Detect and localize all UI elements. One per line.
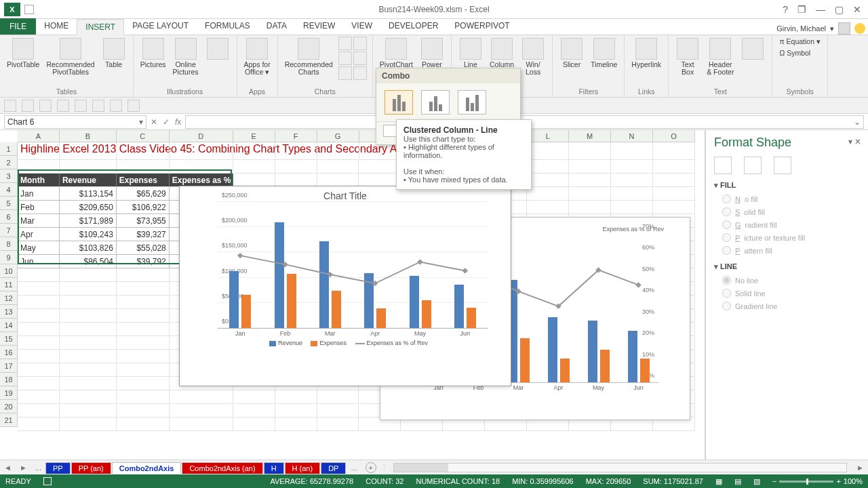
cell[interactable] bbox=[60, 296, 117, 309]
cell[interactable] bbox=[18, 309, 60, 323]
column-headers[interactable]: ABCDEFGHIJKLMNO bbox=[18, 130, 695, 142]
size-props-icon[interactable] bbox=[774, 157, 791, 174]
tab-home[interactable]: HOME bbox=[36, 18, 77, 35]
combo-thumb-3[interactable] bbox=[458, 90, 486, 115]
cell[interactable] bbox=[18, 363, 60, 377]
avatar[interactable] bbox=[838, 22, 850, 35]
col-header[interactable]: N bbox=[611, 130, 653, 142]
row-header[interactable]: 19 bbox=[0, 386, 17, 400]
cell[interactable] bbox=[60, 268, 117, 282]
tab-file[interactable]: FILE bbox=[0, 18, 36, 35]
cell[interactable] bbox=[653, 174, 695, 187]
cell[interactable] bbox=[60, 309, 117, 323]
col-header[interactable]: E bbox=[233, 130, 275, 142]
cell[interactable] bbox=[170, 160, 233, 174]
expand-icon[interactable]: ⌄ bbox=[854, 117, 861, 127]
row-header[interactable]: 11 bbox=[0, 278, 17, 291]
ribbon-apps-for[interactable]: Apps forOffice ▾ bbox=[243, 37, 272, 77]
cell[interactable] bbox=[527, 174, 569, 187]
help-icon[interactable]: ? bbox=[783, 4, 788, 15]
row-header[interactable]: 18 bbox=[0, 373, 17, 386]
cell[interactable] bbox=[170, 390, 233, 404]
cell[interactable] bbox=[275, 174, 317, 187]
zoom-slider[interactable] bbox=[779, 481, 833, 483]
cell[interactable] bbox=[233, 418, 275, 431]
new-sheet-button[interactable]: + bbox=[366, 462, 376, 473]
cell[interactable] bbox=[60, 282, 117, 296]
ribbon-btn[interactable] bbox=[204, 37, 231, 77]
tab-nav-dots[interactable]: ... bbox=[347, 464, 361, 472]
effects-icon[interactable] bbox=[744, 157, 762, 174]
row-header[interactable]: 8 bbox=[0, 237, 17, 251]
cell[interactable]: $39,327 bbox=[117, 228, 170, 241]
pane-category-icons[interactable] bbox=[714, 157, 860, 174]
zoom-out[interactable]: − bbox=[772, 477, 776, 485]
row-header[interactable]: 6 bbox=[0, 210, 17, 224]
ribbon-timeline[interactable]: Timeline bbox=[589, 37, 618, 70]
cell[interactable] bbox=[18, 336, 60, 350]
fill-option[interactable]: Picture or texture fill bbox=[714, 231, 860, 244]
col-header[interactable]: L bbox=[527, 130, 569, 142]
row-header[interactable]: 20 bbox=[0, 400, 17, 413]
cell[interactable] bbox=[60, 160, 117, 174]
cell[interactable]: Feb bbox=[18, 201, 60, 214]
tab-nav-dots[interactable]: ... bbox=[31, 464, 45, 472]
cell[interactable]: Jan bbox=[18, 187, 60, 201]
cell[interactable] bbox=[527, 201, 569, 214]
cell[interactable] bbox=[653, 160, 695, 174]
chart-type-mini[interactable] bbox=[353, 66, 367, 80]
cell[interactable] bbox=[18, 268, 60, 282]
ribbon--equation-[interactable]: π Equation ▾ bbox=[778, 37, 822, 47]
cell[interactable] bbox=[117, 404, 170, 418]
cell[interactable] bbox=[233, 160, 275, 174]
cell[interactable] bbox=[60, 390, 117, 404]
combo-thumb-2[interactable] bbox=[421, 90, 450, 115]
view-normal-icon[interactable]: ▦ bbox=[715, 477, 722, 486]
cell[interactable] bbox=[527, 142, 569, 160]
cell[interactable] bbox=[275, 142, 317, 160]
qat-btn[interactable] bbox=[110, 100, 122, 112]
grid[interactable]: ABCDEFGHIJKLMNO 123456789101112131415161… bbox=[0, 130, 705, 460]
cell[interactable] bbox=[569, 201, 611, 214]
tab-page-layout[interactable]: PAGE LAYOUT bbox=[124, 18, 197, 35]
col-header[interactable]: M bbox=[569, 130, 611, 142]
cell[interactable] bbox=[117, 377, 170, 390]
cell[interactable] bbox=[569, 174, 611, 187]
cell[interactable] bbox=[117, 282, 170, 296]
cell[interactable] bbox=[117, 418, 170, 431]
cell[interactable]: Expenses bbox=[117, 174, 170, 187]
name-box[interactable]: Chart 6 ▾ bbox=[4, 115, 146, 129]
row-header[interactable]: 21 bbox=[0, 413, 17, 427]
ribbon-text[interactable]: TextBox bbox=[674, 37, 701, 77]
cell[interactable] bbox=[117, 323, 170, 336]
cell[interactable] bbox=[275, 160, 317, 174]
fill-option[interactable]: Pattern fill bbox=[714, 244, 860, 257]
sheet-tab-combo2ndaxis[interactable]: Combo2ndAxis bbox=[112, 462, 182, 474]
line-option[interactable]: Gradient line bbox=[714, 300, 860, 312]
cell[interactable]: $73,955 bbox=[117, 214, 170, 228]
qat-btn[interactable] bbox=[22, 100, 34, 112]
cell[interactable] bbox=[18, 390, 60, 404]
cell[interactable] bbox=[60, 323, 117, 336]
cell[interactable]: Apr bbox=[18, 228, 60, 241]
ribbon-slicer[interactable]: Slicer bbox=[558, 37, 585, 70]
cell[interactable] bbox=[60, 142, 117, 160]
cell[interactable] bbox=[611, 174, 653, 187]
ribbon--symbol[interactable]: Ω Symbol bbox=[778, 48, 812, 58]
cell[interactable] bbox=[611, 160, 653, 174]
cell[interactable] bbox=[170, 404, 233, 418]
col-header[interactable]: F bbox=[275, 130, 317, 142]
ribbon-hyperlink[interactable]: Hyperlink bbox=[630, 37, 663, 70]
row-header[interactable]: 4 bbox=[0, 183, 17, 197]
chart-type-mini[interactable] bbox=[338, 66, 352, 80]
cell[interactable] bbox=[233, 142, 275, 160]
tab-review[interactable]: REVIEW bbox=[295, 18, 343, 35]
ribbon-recommended[interactable]: RecommendedCharts bbox=[283, 37, 334, 80]
sheet-tab-h-an-[interactable]: H (an) bbox=[285, 462, 321, 474]
cell[interactable] bbox=[117, 309, 170, 323]
qat-btn[interactable] bbox=[92, 100, 104, 112]
cell[interactable]: Jun bbox=[18, 255, 60, 268]
fill-option[interactable]: Gradient fill bbox=[714, 218, 860, 231]
cell[interactable] bbox=[117, 268, 170, 282]
col-header[interactable]: B bbox=[60, 130, 117, 142]
